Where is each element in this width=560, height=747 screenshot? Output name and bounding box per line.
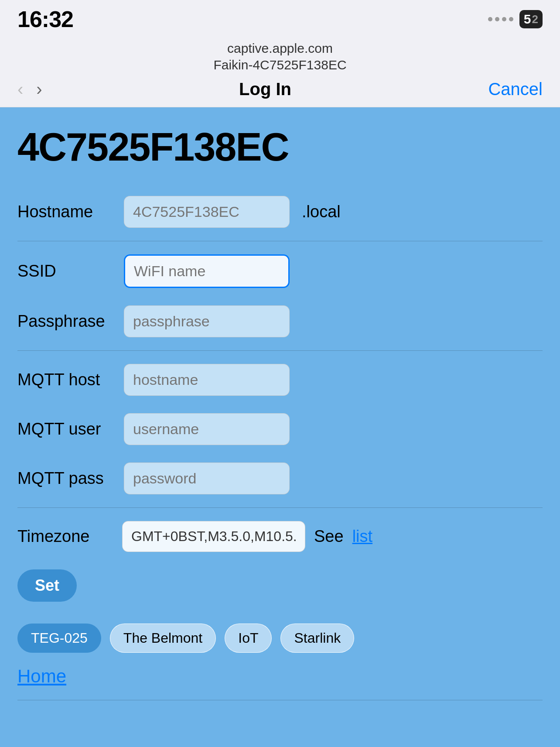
mqtt-user-row: MQTT user <box>17 404 543 454</box>
signal-dot-3 <box>502 17 506 21</box>
divider-1 <box>17 241 543 241</box>
back-button[interactable]: ‹ <box>17 79 23 99</box>
main-content: 4C7525F138EC Hostname .local SSID Passph… <box>0 107 560 747</box>
mqtt-host-input[interactable] <box>124 364 290 396</box>
timezone-row: Timezone See list <box>17 512 543 561</box>
divider-3 <box>17 507 543 508</box>
nav-arrows: ‹ › <box>17 79 42 99</box>
timezone-section: Timezone See list <box>17 512 543 561</box>
battery-indicator: 52 <box>519 10 543 28</box>
ssid-label: SSID <box>17 262 113 281</box>
forward-button[interactable]: › <box>36 79 42 99</box>
hostname-input[interactable] <box>124 196 290 228</box>
ssid-input[interactable] <box>124 254 290 288</box>
passphrase-row: Passphrase <box>17 297 543 346</box>
ssid-chip-0[interactable]: TEG-025 <box>17 624 101 653</box>
device-title: 4C7525F138EC <box>17 125 543 170</box>
hostname-section: Hostname .local <box>17 187 543 241</box>
battery-main-digit: 5 <box>524 12 531 27</box>
timezone-label: Timezone <box>17 527 113 546</box>
status-right: 52 <box>488 10 543 28</box>
page-title: Log In <box>239 79 291 99</box>
mqtt-user-input[interactable] <box>124 413 290 445</box>
signal-dots <box>488 17 513 21</box>
home-link[interactable]: Home <box>17 666 543 687</box>
divider-2 <box>17 350 543 351</box>
mqtt-pass-label: MQTT pass <box>17 469 113 488</box>
ssid-row: SSID <box>17 246 543 297</box>
battery-secondary-digit: 2 <box>532 13 538 26</box>
mqtt-section: MQTT host MQTT user MQTT pass <box>17 355 543 508</box>
mqtt-host-row: MQTT host <box>17 355 543 404</box>
status-bar: 16:32 52 <box>0 0 560 35</box>
signal-dot-4 <box>509 17 513 21</box>
url-bar: captive.apple.com Faikin-4C7525F138EC <box>0 35 560 75</box>
mqtt-host-label: MQTT host <box>17 370 113 389</box>
mqtt-pass-row: MQTT pass <box>17 454 543 503</box>
hostname-row: Hostname .local <box>17 187 543 236</box>
timezone-input[interactable] <box>122 521 305 552</box>
signal-dot-1 <box>488 17 492 21</box>
list-link[interactable]: list <box>352 527 372 546</box>
cancel-button[interactable]: Cancel <box>488 79 543 99</box>
signal-dot-2 <box>495 17 499 21</box>
passphrase-label: Passphrase <box>17 312 113 331</box>
url-text: captive.apple.com <box>9 39 551 58</box>
ssid-chip-3[interactable]: Starlink <box>280 624 354 653</box>
status-time: 16:32 <box>17 6 73 32</box>
ssid-chip-1[interactable]: The Belmont <box>110 624 216 653</box>
bottom-divider <box>17 700 543 700</box>
set-button[interactable]: Set <box>17 569 77 602</box>
hostname-suffix: .local <box>302 202 341 221</box>
ssid-chip-2[interactable]: IoT <box>225 624 272 653</box>
mqtt-user-label: MQTT user <box>17 420 113 439</box>
passphrase-input[interactable] <box>124 305 290 337</box>
nav-bar: ‹ › Log In Cancel <box>0 75 560 107</box>
see-text: See <box>314 527 344 546</box>
ssid-chips: TEG-025The BelmontIoTStarlink <box>17 624 543 653</box>
hostname-label: Hostname <box>17 202 113 221</box>
wifi-section: SSID Passphrase <box>17 246 543 351</box>
url-ssid: Faikin-4C7525F138EC <box>9 58 551 72</box>
mqtt-pass-input[interactable] <box>124 463 290 494</box>
